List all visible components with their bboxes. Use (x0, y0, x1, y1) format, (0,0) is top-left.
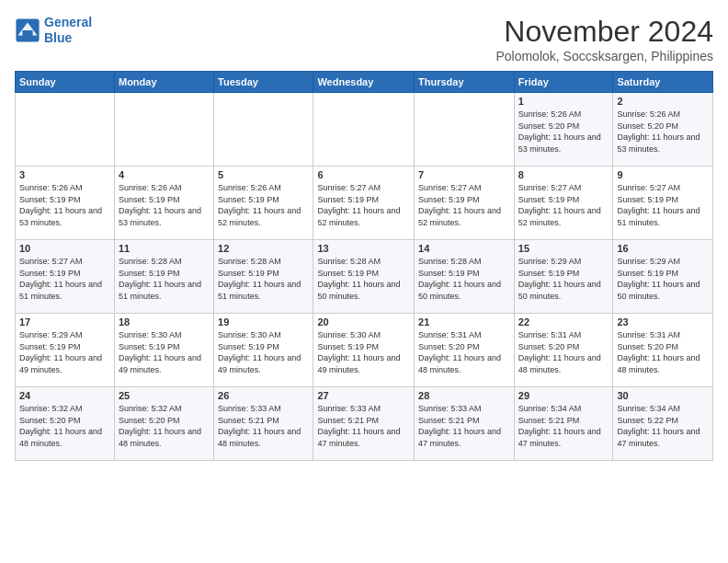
day-info: Sunrise: 5:33 AMSunset: 5:21 PMDaylight:… (418, 403, 510, 449)
calendar-cell: 30Sunrise: 5:34 AMSunset: 5:22 PMDayligh… (613, 387, 713, 461)
calendar-cell (313, 93, 415, 167)
weekday-header-wednesday: Wednesday (313, 72, 415, 93)
day-info: Sunrise: 5:29 AMSunset: 5:19 PMDaylight:… (617, 256, 709, 302)
calendar-cell: 2Sunrise: 5:26 AMSunset: 5:20 PMDaylight… (613, 93, 713, 167)
day-info: Sunrise: 5:28 AMSunset: 5:19 PMDaylight:… (418, 256, 510, 302)
calendar-cell (114, 93, 213, 167)
day-number: 25 (119, 390, 210, 401)
weekday-header-thursday: Thursday (415, 72, 515, 93)
day-info: Sunrise: 5:26 AMSunset: 5:20 PMDaylight:… (518, 109, 609, 155)
day-info: Sunrise: 5:27 AMSunset: 5:19 PMDaylight:… (518, 182, 609, 228)
calendar-header: SundayMondayTuesdayWednesdayThursdayFrid… (16, 72, 713, 93)
day-number: 7 (418, 169, 510, 180)
calendar-cell: 10Sunrise: 5:27 AMSunset: 5:19 PMDayligh… (16, 240, 115, 314)
weekday-header-monday: Monday (114, 72, 213, 93)
calendar-week-0: 1Sunrise: 5:26 AMSunset: 5:20 PMDaylight… (16, 93, 713, 167)
day-number: 17 (19, 316, 110, 327)
day-info: Sunrise: 5:28 AMSunset: 5:19 PMDaylight:… (119, 256, 210, 302)
calendar-cell: 1Sunrise: 5:26 AMSunset: 5:20 PMDaylight… (514, 93, 613, 167)
calendar-week-2: 10Sunrise: 5:27 AMSunset: 5:19 PMDayligh… (16, 240, 713, 314)
day-number: 11 (119, 243, 210, 254)
calendar-cell: 9Sunrise: 5:27 AMSunset: 5:19 PMDaylight… (613, 167, 713, 240)
calendar-cell: 15Sunrise: 5:29 AMSunset: 5:19 PMDayligh… (514, 240, 613, 314)
calendar-cell: 16Sunrise: 5:29 AMSunset: 5:19 PMDayligh… (613, 240, 713, 314)
day-number: 13 (317, 243, 410, 254)
logo-icon (15, 17, 40, 43)
day-number: 18 (119, 316, 210, 327)
location: Polomolok, Soccsksargen, Philippines (495, 49, 713, 63)
day-number: 19 (218, 316, 309, 327)
day-info: Sunrise: 5:27 AMSunset: 5:19 PMDaylight:… (617, 182, 709, 228)
day-number: 30 (617, 390, 709, 401)
day-info: Sunrise: 5:29 AMSunset: 5:19 PMDaylight:… (19, 329, 110, 375)
calendar-cell (16, 93, 115, 167)
day-info: Sunrise: 5:34 AMSunset: 5:22 PMDaylight:… (617, 403, 709, 449)
calendar-cell: 17Sunrise: 5:29 AMSunset: 5:19 PMDayligh… (16, 314, 115, 387)
calendar-cell: 29Sunrise: 5:34 AMSunset: 5:21 PMDayligh… (514, 387, 613, 461)
day-number: 3 (19, 169, 110, 180)
calendar-cell: 4Sunrise: 5:26 AMSunset: 5:19 PMDaylight… (114, 167, 213, 240)
weekday-header-row: SundayMondayTuesdayWednesdayThursdayFrid… (16, 72, 713, 93)
calendar-cell: 14Sunrise: 5:28 AMSunset: 5:19 PMDayligh… (415, 240, 515, 314)
calendar-cell: 26Sunrise: 5:33 AMSunset: 5:21 PMDayligh… (214, 387, 313, 461)
title-area: November 2024 Polomolok, Soccsksargen, P… (495, 15, 713, 63)
calendar-cell: 22Sunrise: 5:31 AMSunset: 5:20 PMDayligh… (514, 314, 613, 387)
day-number: 15 (518, 243, 609, 254)
calendar-cell: 21Sunrise: 5:31 AMSunset: 5:20 PMDayligh… (415, 314, 515, 387)
weekday-header-friday: Friday (514, 72, 613, 93)
day-info: Sunrise: 5:26 AMSunset: 5:19 PMDaylight:… (19, 182, 110, 228)
weekday-header-tuesday: Tuesday (214, 72, 313, 93)
calendar-cell: 13Sunrise: 5:28 AMSunset: 5:19 PMDayligh… (313, 240, 415, 314)
day-number: 9 (617, 169, 709, 180)
day-number: 12 (218, 243, 309, 254)
calendar-cell: 12Sunrise: 5:28 AMSunset: 5:19 PMDayligh… (214, 240, 313, 314)
calendar-week-4: 24Sunrise: 5:32 AMSunset: 5:20 PMDayligh… (16, 387, 713, 461)
day-info: Sunrise: 5:31 AMSunset: 5:20 PMDaylight:… (617, 329, 709, 375)
calendar-cell: 3Sunrise: 5:26 AMSunset: 5:19 PMDaylight… (16, 167, 115, 240)
calendar-body: 1Sunrise: 5:26 AMSunset: 5:20 PMDaylight… (16, 93, 713, 461)
calendar-cell: 5Sunrise: 5:26 AMSunset: 5:19 PMDaylight… (214, 167, 313, 240)
day-number: 5 (218, 169, 309, 180)
calendar-cell: 27Sunrise: 5:33 AMSunset: 5:21 PMDayligh… (313, 387, 415, 461)
day-info: Sunrise: 5:28 AMSunset: 5:19 PMDaylight:… (218, 256, 309, 302)
day-info: Sunrise: 5:26 AMSunset: 5:19 PMDaylight:… (218, 182, 309, 228)
svg-rect-2 (22, 30, 32, 38)
day-info: Sunrise: 5:27 AMSunset: 5:19 PMDaylight:… (317, 182, 410, 228)
calendar-cell: 23Sunrise: 5:31 AMSunset: 5:20 PMDayligh… (613, 314, 713, 387)
day-info: Sunrise: 5:32 AMSunset: 5:20 PMDaylight:… (119, 403, 210, 449)
logo: General Blue (15, 15, 92, 46)
day-info: Sunrise: 5:30 AMSunset: 5:19 PMDaylight:… (317, 329, 410, 375)
day-number: 4 (119, 169, 210, 180)
day-info: Sunrise: 5:31 AMSunset: 5:20 PMDaylight:… (518, 329, 609, 375)
day-info: Sunrise: 5:29 AMSunset: 5:19 PMDaylight:… (518, 256, 609, 302)
calendar-week-1: 3Sunrise: 5:26 AMSunset: 5:19 PMDaylight… (16, 167, 713, 240)
calendar-cell: 6Sunrise: 5:27 AMSunset: 5:19 PMDaylight… (313, 167, 415, 240)
day-info: Sunrise: 5:28 AMSunset: 5:19 PMDaylight:… (317, 256, 410, 302)
day-info: Sunrise: 5:34 AMSunset: 5:21 PMDaylight:… (518, 403, 609, 449)
page-header: General Blue November 2024 Polomolok, So… (15, 15, 713, 63)
calendar-week-3: 17Sunrise: 5:29 AMSunset: 5:19 PMDayligh… (16, 314, 713, 387)
day-number: 27 (317, 390, 410, 401)
day-number: 16 (617, 243, 709, 254)
day-info: Sunrise: 5:27 AMSunset: 5:19 PMDaylight:… (19, 256, 110, 302)
day-number: 24 (19, 390, 110, 401)
day-number: 8 (518, 169, 609, 180)
day-info: Sunrise: 5:26 AMSunset: 5:20 PMDaylight:… (617, 109, 709, 155)
day-info: Sunrise: 5:31 AMSunset: 5:20 PMDaylight:… (418, 329, 510, 375)
calendar-cell: 7Sunrise: 5:27 AMSunset: 5:19 PMDaylight… (415, 167, 515, 240)
calendar-cell: 28Sunrise: 5:33 AMSunset: 5:21 PMDayligh… (415, 387, 515, 461)
day-info: Sunrise: 5:33 AMSunset: 5:21 PMDaylight:… (317, 403, 410, 449)
weekday-header-sunday: Sunday (16, 72, 115, 93)
day-number: 22 (518, 316, 609, 327)
day-info: Sunrise: 5:32 AMSunset: 5:20 PMDaylight:… (19, 403, 110, 449)
day-info: Sunrise: 5:27 AMSunset: 5:19 PMDaylight:… (418, 182, 510, 228)
calendar-cell: 20Sunrise: 5:30 AMSunset: 5:19 PMDayligh… (313, 314, 415, 387)
logo-line1: General (44, 15, 92, 29)
day-number: 26 (218, 390, 309, 401)
calendar-cell: 19Sunrise: 5:30 AMSunset: 5:19 PMDayligh… (214, 314, 313, 387)
weekday-header-saturday: Saturday (613, 72, 713, 93)
calendar-cell: 18Sunrise: 5:30 AMSunset: 5:19 PMDayligh… (114, 314, 213, 387)
day-number: 28 (418, 390, 510, 401)
calendar-table: SundayMondayTuesdayWednesdayThursdayFrid… (15, 71, 713, 461)
day-number: 21 (418, 316, 510, 327)
